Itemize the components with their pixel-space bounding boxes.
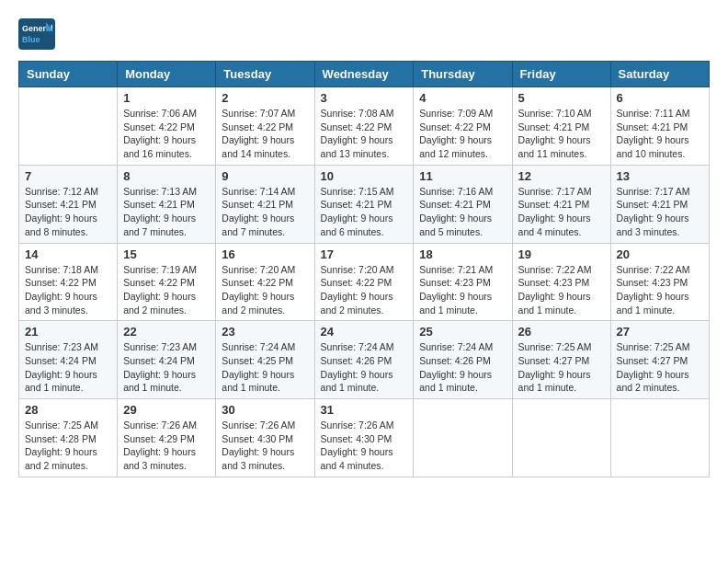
day-info: Sunrise: 7:21 AM Sunset: 4:23 PM Dayligh… bbox=[419, 263, 506, 317]
day-info: Sunrise: 7:20 AM Sunset: 4:22 PM Dayligh… bbox=[321, 263, 408, 317]
day-number: 14 bbox=[25, 247, 111, 261]
calendar-cell: 6Sunrise: 7:11 AM Sunset: 4:21 PM Daylig… bbox=[610, 87, 709, 166]
calendar-week-row: 21Sunrise: 7:23 AM Sunset: 4:24 PM Dayli… bbox=[19, 321, 710, 399]
day-info: Sunrise: 7:23 AM Sunset: 4:24 PM Dayligh… bbox=[123, 340, 210, 395]
calendar-cell: 26Sunrise: 7:25 AM Sunset: 4:27 PM Dayli… bbox=[512, 321, 610, 399]
weekday-header-monday: Monday bbox=[118, 62, 216, 87]
calendar-cell: 24Sunrise: 7:24 AM Sunset: 4:26 PM Dayli… bbox=[314, 321, 414, 399]
calendar-cell: 7Sunrise: 7:12 AM Sunset: 4:21 PM Daylig… bbox=[19, 165, 118, 243]
day-number: 2 bbox=[222, 91, 308, 105]
day-number: 25 bbox=[419, 325, 506, 339]
day-number: 3 bbox=[321, 91, 408, 105]
calendar-cell: 20Sunrise: 7:22 AM Sunset: 4:23 PM Dayli… bbox=[610, 243, 709, 321]
day-info: Sunrise: 7:11 AM Sunset: 4:21 PM Dayligh… bbox=[617, 107, 703, 161]
weekday-header-saturday: Saturday bbox=[610, 62, 709, 87]
day-number: 10 bbox=[321, 169, 408, 183]
calendar-cell: 30Sunrise: 7:26 AM Sunset: 4:30 PM Dayli… bbox=[216, 399, 314, 477]
calendar-cell: 19Sunrise: 7:22 AM Sunset: 4:23 PM Dayli… bbox=[512, 243, 610, 321]
day-info: Sunrise: 7:13 AM Sunset: 4:21 PM Dayligh… bbox=[123, 185, 210, 239]
day-number: 8 bbox=[123, 169, 210, 183]
day-info: Sunrise: 7:19 AM Sunset: 4:22 PM Dayligh… bbox=[123, 263, 210, 317]
logo-icon: General Blue bbox=[18, 18, 55, 50]
day-info: Sunrise: 7:12 AM Sunset: 4:21 PM Dayligh… bbox=[25, 185, 111, 239]
day-number: 26 bbox=[518, 325, 605, 339]
calendar-cell: 3Sunrise: 7:08 AM Sunset: 4:22 PM Daylig… bbox=[314, 87, 414, 166]
day-info: Sunrise: 7:25 AM Sunset: 4:27 PM Dayligh… bbox=[518, 340, 605, 395]
day-info: Sunrise: 7:07 AM Sunset: 4:22 PM Dayligh… bbox=[222, 107, 308, 161]
day-number: 1 bbox=[123, 91, 210, 105]
day-info: Sunrise: 7:15 AM Sunset: 4:21 PM Dayligh… bbox=[321, 185, 408, 239]
day-info: Sunrise: 7:23 AM Sunset: 4:24 PM Dayligh… bbox=[25, 340, 111, 395]
calendar-cell: 11Sunrise: 7:16 AM Sunset: 4:21 PM Dayli… bbox=[414, 165, 512, 243]
day-number: 4 bbox=[419, 91, 506, 105]
day-number: 11 bbox=[419, 169, 506, 183]
weekday-header-sunday: Sunday bbox=[19, 62, 118, 87]
day-info: Sunrise: 7:22 AM Sunset: 4:23 PM Dayligh… bbox=[617, 263, 703, 317]
day-number: 21 bbox=[25, 325, 111, 339]
day-info: Sunrise: 7:26 AM Sunset: 4:30 PM Dayligh… bbox=[222, 419, 308, 473]
day-number: 17 bbox=[321, 247, 408, 261]
calendar-cell: 17Sunrise: 7:20 AM Sunset: 4:22 PM Dayli… bbox=[314, 243, 414, 321]
day-info: Sunrise: 7:25 AM Sunset: 4:28 PM Dayligh… bbox=[25, 419, 111, 473]
day-info: Sunrise: 7:09 AM Sunset: 4:22 PM Dayligh… bbox=[419, 107, 506, 161]
calendar-cell: 8Sunrise: 7:13 AM Sunset: 4:21 PM Daylig… bbox=[118, 165, 216, 243]
day-number: 13 bbox=[617, 169, 703, 183]
calendar-week-row: 14Sunrise: 7:18 AM Sunset: 4:22 PM Dayli… bbox=[19, 243, 710, 321]
day-info: Sunrise: 7:24 AM Sunset: 4:26 PM Dayligh… bbox=[419, 340, 506, 395]
svg-text:Blue: Blue bbox=[22, 35, 40, 44]
calendar-cell: 2Sunrise: 7:07 AM Sunset: 4:22 PM Daylig… bbox=[216, 87, 314, 166]
calendar-cell: 10Sunrise: 7:15 AM Sunset: 4:21 PM Dayli… bbox=[314, 165, 414, 243]
calendar-cell: 12Sunrise: 7:17 AM Sunset: 4:21 PM Dayli… bbox=[512, 165, 610, 243]
calendar-table: SundayMondayTuesdayWednesdayThursdayFrid… bbox=[18, 61, 710, 477]
calendar-week-row: 28Sunrise: 7:25 AM Sunset: 4:28 PM Dayli… bbox=[19, 399, 710, 477]
calendar-cell bbox=[512, 399, 610, 477]
calendar-cell: 22Sunrise: 7:23 AM Sunset: 4:24 PM Dayli… bbox=[118, 321, 216, 399]
calendar-cell: 18Sunrise: 7:21 AM Sunset: 4:23 PM Dayli… bbox=[414, 243, 512, 321]
calendar-cell bbox=[19, 87, 118, 166]
day-info: Sunrise: 7:16 AM Sunset: 4:21 PM Dayligh… bbox=[419, 185, 506, 239]
day-info: Sunrise: 7:26 AM Sunset: 4:29 PM Dayligh… bbox=[123, 419, 210, 473]
day-info: Sunrise: 7:25 AM Sunset: 4:27 PM Dayligh… bbox=[617, 340, 703, 395]
day-info: Sunrise: 7:17 AM Sunset: 4:21 PM Dayligh… bbox=[617, 185, 703, 239]
calendar-cell: 1Sunrise: 7:06 AM Sunset: 4:22 PM Daylig… bbox=[118, 87, 216, 166]
calendar-cell: 25Sunrise: 7:24 AM Sunset: 4:26 PM Dayli… bbox=[414, 321, 512, 399]
day-info: Sunrise: 7:17 AM Sunset: 4:21 PM Dayligh… bbox=[518, 185, 605, 239]
day-info: Sunrise: 7:14 AM Sunset: 4:21 PM Dayligh… bbox=[222, 185, 308, 239]
weekday-header-wednesday: Wednesday bbox=[314, 62, 414, 87]
day-info: Sunrise: 7:10 AM Sunset: 4:21 PM Dayligh… bbox=[518, 107, 605, 161]
day-info: Sunrise: 7:24 AM Sunset: 4:25 PM Dayligh… bbox=[222, 340, 308, 395]
day-number: 20 bbox=[617, 247, 703, 261]
calendar-cell: 4Sunrise: 7:09 AM Sunset: 4:22 PM Daylig… bbox=[414, 87, 512, 166]
day-info: Sunrise: 7:18 AM Sunset: 4:22 PM Dayligh… bbox=[25, 263, 111, 317]
day-number: 23 bbox=[222, 325, 308, 339]
day-number: 19 bbox=[518, 247, 605, 261]
calendar-cell: 23Sunrise: 7:24 AM Sunset: 4:25 PM Dayli… bbox=[216, 321, 314, 399]
day-number: 31 bbox=[321, 403, 408, 417]
day-number: 6 bbox=[617, 91, 703, 105]
weekday-header-friday: Friday bbox=[512, 62, 610, 87]
day-number: 29 bbox=[123, 403, 210, 417]
day-number: 30 bbox=[222, 403, 308, 417]
day-number: 27 bbox=[617, 325, 703, 339]
calendar-cell: 15Sunrise: 7:19 AM Sunset: 4:22 PM Dayli… bbox=[118, 243, 216, 321]
logo: General Blue bbox=[18, 18, 59, 50]
page-header: General Blue bbox=[18, 15, 710, 50]
day-number: 7 bbox=[25, 169, 111, 183]
day-number: 15 bbox=[123, 247, 210, 261]
calendar-cell: 27Sunrise: 7:25 AM Sunset: 4:27 PM Dayli… bbox=[610, 321, 709, 399]
calendar-cell: 16Sunrise: 7:20 AM Sunset: 4:22 PM Dayli… bbox=[216, 243, 314, 321]
day-number: 12 bbox=[518, 169, 605, 183]
day-info: Sunrise: 7:06 AM Sunset: 4:22 PM Dayligh… bbox=[123, 107, 210, 161]
calendar-week-row: 1Sunrise: 7:06 AM Sunset: 4:22 PM Daylig… bbox=[19, 87, 710, 166]
weekday-header-tuesday: Tuesday bbox=[216, 62, 314, 87]
day-number: 16 bbox=[222, 247, 308, 261]
day-number: 5 bbox=[518, 91, 605, 105]
calendar-cell: 29Sunrise: 7:26 AM Sunset: 4:29 PM Dayli… bbox=[118, 399, 216, 477]
day-number: 9 bbox=[222, 169, 308, 183]
calendar-cell: 21Sunrise: 7:23 AM Sunset: 4:24 PM Dayli… bbox=[19, 321, 118, 399]
calendar-cell bbox=[414, 399, 512, 477]
calendar-cell: 5Sunrise: 7:10 AM Sunset: 4:21 PM Daylig… bbox=[512, 87, 610, 166]
weekday-header-thursday: Thursday bbox=[414, 62, 512, 87]
day-info: Sunrise: 7:20 AM Sunset: 4:22 PM Dayligh… bbox=[222, 263, 308, 317]
day-info: Sunrise: 7:08 AM Sunset: 4:22 PM Dayligh… bbox=[321, 107, 408, 161]
